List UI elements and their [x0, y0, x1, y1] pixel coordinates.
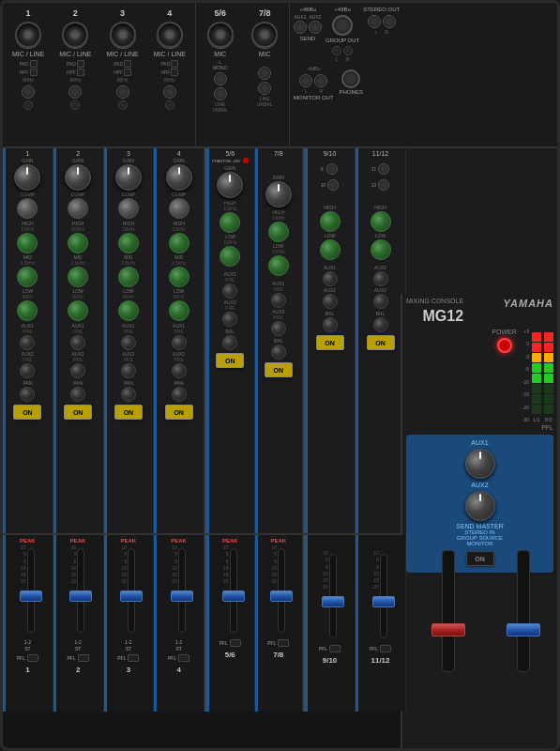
ch1-small-jack[interactable]	[23, 100, 33, 110]
ch78-pfl-button[interactable]	[278, 639, 289, 647]
stereo-out-jack-l[interactable]	[368, 15, 381, 28]
ch56-aux2-knob[interactable]	[222, 312, 237, 327]
ch2-on-button[interactable]: ON	[64, 405, 92, 420]
ch78-fader[interactable]	[270, 590, 293, 602]
ch2-xlr[interactable]	[62, 22, 88, 48]
ch2-fader[interactable]	[69, 590, 92, 602]
ch4-high-knob[interactable]	[169, 233, 189, 253]
ch2-high-knob[interactable]	[68, 233, 88, 253]
ch1-low-knob[interactable]	[17, 300, 38, 321]
stereo-out-jack-r[interactable]	[383, 15, 396, 28]
aux2-send-jack[interactable]	[309, 21, 322, 34]
ch56-pfl-button[interactable]	[230, 639, 241, 647]
ch78-gain-knob[interactable]	[265, 181, 292, 207]
ch1-jack[interactable]	[22, 85, 35, 99]
ch4-low-knob[interactable]	[169, 300, 189, 321]
ch1112-jack-l[interactable]	[378, 163, 389, 175]
ch56-jack-r[interactable]	[214, 87, 227, 100]
group-out-jack-r[interactable]	[343, 46, 353, 55]
ch1112-on-button[interactable]: ON	[367, 335, 395, 350]
ch910-pfl-button[interactable]	[329, 645, 341, 652]
ch2-jack[interactable]	[68, 85, 82, 99]
ch78-high-knob[interactable]	[268, 222, 289, 242]
ch2-mid-knob[interactable]	[68, 267, 88, 287]
ch1112-high-knob[interactable]	[371, 211, 391, 232]
ch1-gain-knob[interactable]	[14, 164, 40, 191]
ch56-xlr[interactable]	[207, 22, 234, 48]
ch1-xlr[interactable]	[15, 22, 41, 48]
ch3-low-knob[interactable]	[118, 300, 139, 321]
ch3-comp-knob[interactable]	[118, 198, 139, 219]
ch910-high-knob[interactable]	[320, 211, 341, 232]
group-out-jack-l[interactable]	[332, 46, 341, 55]
ch3-gain-knob[interactable]	[115, 164, 142, 191]
ch78-low-knob[interactable]	[268, 255, 289, 276]
ch910-fader[interactable]	[322, 596, 344, 607]
ch1-pan-knob[interactable]	[20, 387, 35, 402]
ch3-small-jack[interactable]	[118, 100, 128, 110]
ch1-mid-knob[interactable]	[17, 267, 38, 287]
ch1-comp-knob[interactable]	[17, 198, 38, 219]
ch3-fader[interactable]	[120, 590, 143, 602]
ch1112-pfl-button[interactable]	[380, 645, 391, 652]
ch910-aux2-knob[interactable]	[323, 294, 338, 309]
ch910-on-button[interactable]: ON	[316, 335, 344, 350]
aux1-send-jack[interactable]	[294, 21, 307, 34]
ch78-xlr[interactable]	[251, 22, 278, 48]
ch3-aux1-knob[interactable]	[121, 335, 136, 350]
ch3-aux2-knob[interactable]	[121, 363, 136, 378]
ch1-on-button[interactable]: ON	[13, 405, 41, 420]
ch4-jack[interactable]	[163, 85, 176, 99]
aux1-master-knob[interactable]	[465, 449, 495, 479]
aux2-master-knob[interactable]	[465, 491, 495, 521]
ch910-low-knob[interactable]	[320, 239, 341, 260]
ch910-bal-knob[interactable]	[323, 317, 338, 332]
ch4-comp-knob[interactable]	[169, 198, 189, 219]
monitor-on-button[interactable]: ON	[466, 551, 494, 566]
ch2-pan-knob[interactable]	[70, 387, 85, 402]
ch2-aux1-knob[interactable]	[70, 335, 85, 350]
ch56-high-knob[interactable]	[219, 212, 240, 233]
ch1112-aux1-knob[interactable]	[373, 271, 388, 286]
ch4-aux2-knob[interactable]	[172, 363, 187, 378]
ch910-jack-l[interactable]	[326, 163, 338, 175]
ch910-jack-r[interactable]	[327, 179, 339, 191]
ch78-on-button[interactable]: ON	[265, 362, 293, 377]
ch2-aux2-knob[interactable]	[70, 363, 85, 378]
ch3-pfl-button[interactable]	[128, 654, 139, 662]
ch78-jack-r[interactable]	[258, 82, 271, 95]
ch4-mid-knob[interactable]	[169, 267, 189, 287]
ch3-xlr[interactable]	[110, 22, 136, 48]
ch1-high-knob[interactable]	[17, 233, 38, 253]
ch2-comp-knob[interactable]	[68, 198, 88, 219]
group-fader[interactable]	[431, 623, 465, 636]
ch78-jack-l[interactable]	[258, 67, 271, 80]
monitor-out-jack-l[interactable]	[299, 74, 312, 87]
ch4-gain-knob[interactable]	[166, 164, 192, 191]
ch78-aux1-knob[interactable]	[271, 293, 286, 308]
ch56-jack-l[interactable]	[214, 72, 227, 85]
ch4-aux1-knob[interactable]	[172, 335, 187, 350]
ch3-jack[interactable]	[116, 85, 129, 99]
ch56-fader[interactable]	[222, 590, 245, 602]
ch3-pan-knob[interactable]	[121, 387, 136, 402]
ch2-small-jack[interactable]	[70, 100, 80, 110]
ch4-xlr[interactable]	[157, 22, 183, 48]
ch4-on-button[interactable]: ON	[165, 405, 193, 420]
ch56-gain-knob[interactable]	[217, 172, 243, 198]
ch2-low-knob[interactable]	[68, 300, 88, 321]
ch4-pan-knob[interactable]	[172, 387, 187, 402]
ch1112-bal-knob[interactable]	[373, 317, 388, 332]
ch3-high-knob[interactable]	[118, 233, 139, 253]
ch3-on-button[interactable]: ON	[114, 405, 143, 420]
ch4-small-jack[interactable]	[165, 100, 174, 110]
ch1-aux1-knob[interactable]	[20, 335, 35, 350]
ch56-on-button[interactable]: ON	[216, 353, 244, 368]
ch56-low-knob[interactable]	[219, 246, 240, 267]
ch1-pfl-button[interactable]	[27, 654, 38, 662]
monitor-out-jack-r[interactable]	[314, 74, 327, 87]
ch56-aux1-knob[interactable]	[222, 284, 237, 299]
ch78-aux2-knob[interactable]	[271, 321, 286, 336]
ch78-bal-knob[interactable]	[271, 345, 286, 360]
ch2-gain-knob[interactable]	[65, 164, 91, 191]
